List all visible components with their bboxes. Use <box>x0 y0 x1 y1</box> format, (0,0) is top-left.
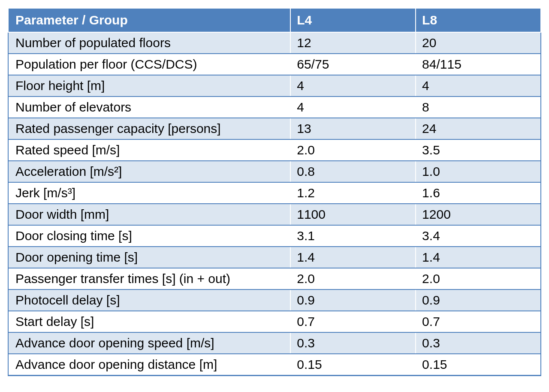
col-header-parameter: Parameter / Group <box>8 8 290 32</box>
l4-cell: 1.4 <box>290 247 416 268</box>
l8-cell: 20 <box>416 32 541 54</box>
param-cell: Door width [mm] <box>8 204 290 225</box>
parameters-table: Parameter / Group L4 L8 Number of popula… <box>8 8 541 376</box>
l8-cell: 2.0 <box>416 268 541 289</box>
l4-cell: 0.15 <box>290 354 416 376</box>
l8-cell: 0.15 <box>416 354 541 376</box>
table-row: Advance door opening speed [m/s]0.30.3 <box>8 332 541 354</box>
table-row: Photocell delay [s]0.90.9 <box>8 289 541 311</box>
table-row: Door width [mm]11001200 <box>8 204 541 225</box>
l8-cell: 84/115 <box>416 54 541 75</box>
l4-cell: 1.2 <box>290 182 416 204</box>
l8-cell: 1.6 <box>416 182 541 204</box>
param-cell: Population per floor (CCS/DCS) <box>8 54 290 75</box>
param-cell: Number of populated floors <box>8 32 290 54</box>
l4-cell: 4 <box>290 75 416 96</box>
l4-cell: 0.8 <box>290 161 416 182</box>
table-row: Population per floor (CCS/DCS)65/7584/11… <box>8 54 541 75</box>
l8-cell: 1200 <box>416 204 541 225</box>
l4-cell: 2.0 <box>290 139 416 161</box>
param-cell: Passenger transfer times [s] (in + out) <box>8 268 290 289</box>
table-row: Start delay [s]0.70.7 <box>8 311 541 332</box>
table-row: Passenger transfer times [s] (in + out)2… <box>8 268 541 289</box>
l8-cell: 24 <box>416 118 541 139</box>
l4-cell: 3.1 <box>290 225 416 247</box>
table-row: Number of elevators48 <box>8 96 541 118</box>
table-row: Number of populated floors1220 <box>8 32 541 54</box>
param-cell: Number of elevators <box>8 96 290 118</box>
param-cell: Advance door opening distance [m] <box>8 354 290 376</box>
l8-cell: 1.4 <box>416 247 541 268</box>
table-row: Door opening time [s]1.41.4 <box>8 247 541 268</box>
l4-cell: 12 <box>290 32 416 54</box>
param-cell: Door closing time [s] <box>8 225 290 247</box>
param-cell: Door opening time [s] <box>8 247 290 268</box>
param-cell: Photocell delay [s] <box>8 289 290 311</box>
param-cell: Start delay [s] <box>8 311 290 332</box>
l4-cell: 65/75 <box>290 54 416 75</box>
l8-cell: 0.9 <box>416 289 541 311</box>
l4-cell: 0.9 <box>290 289 416 311</box>
l4-cell: 0.3 <box>290 332 416 354</box>
param-cell: Advance door opening speed [m/s] <box>8 332 290 354</box>
l8-cell: 1.0 <box>416 161 541 182</box>
param-cell: Floor height [m] <box>8 75 290 96</box>
table-row: Floor height [m]44 <box>8 75 541 96</box>
col-header-l8: L8 <box>416 8 541 32</box>
table-row: Rated passenger capacity [persons]1324 <box>8 118 541 139</box>
l4-cell: 0.7 <box>290 311 416 332</box>
param-cell: Rated passenger capacity [persons] <box>8 118 290 139</box>
l8-cell: 0.7 <box>416 311 541 332</box>
l8-cell: 3.4 <box>416 225 541 247</box>
l4-cell: 2.0 <box>290 268 416 289</box>
table-row: Door closing time [s]3.13.4 <box>8 225 541 247</box>
l4-cell: 4 <box>290 96 416 118</box>
l4-cell: 1100 <box>290 204 416 225</box>
param-cell: Rated speed [m/s] <box>8 139 290 161</box>
l4-cell: 13 <box>290 118 416 139</box>
table-row: Jerk [m/s³]1.21.6 <box>8 182 541 204</box>
table-header-row: Parameter / Group L4 L8 <box>8 8 541 32</box>
l8-cell: 3.5 <box>416 139 541 161</box>
table-row: Advance door opening distance [m]0.150.1… <box>8 354 541 376</box>
l8-cell: 8 <box>416 96 541 118</box>
table-row: Rated speed [m/s]2.03.5 <box>8 139 541 161</box>
table-row: Acceleration [m/s²]0.81.0 <box>8 161 541 182</box>
col-header-l4: L4 <box>290 8 416 32</box>
l8-cell: 0.3 <box>416 332 541 354</box>
param-cell: Acceleration [m/s²] <box>8 161 290 182</box>
l8-cell: 4 <box>416 75 541 96</box>
param-cell: Jerk [m/s³] <box>8 182 290 204</box>
